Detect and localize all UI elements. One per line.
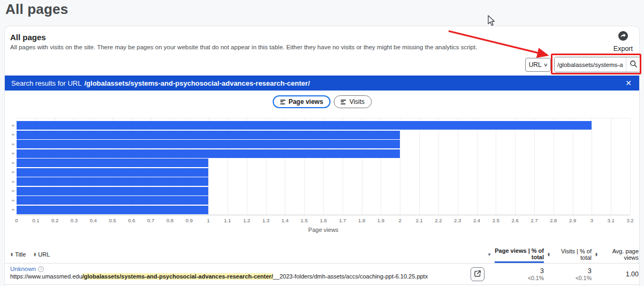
sort-updown-icon: ▲▼ [547,252,550,257]
x-tick-label: 1.4 [282,217,289,223]
visits-column-header[interactable]: Visits | % of total [554,246,592,263]
plot-area [17,118,630,215]
row-metrics: 3 <0.1% 3 <0.1% 1.00 [484,264,639,284]
card-title: All pages [10,33,46,42]
y-tick-mark [12,153,14,154]
table-header-row: ▲▼ Title ▲▼ URL ▾ Page views | % of tota… [5,246,639,264]
grid-line [496,118,496,215]
sort-updown-icon: ▲▼ [595,252,598,257]
y-tick-mark [12,181,14,183]
table-row: Unknown ? https://www.umassmed.edu/globa… [5,264,639,285]
grid-line [477,118,478,215]
x-tick-label: 1.5 [301,217,308,223]
page-views-bar[interactable] [17,159,208,167]
grid-line [611,118,611,215]
page-views-bar[interactable] [17,187,208,195]
banner-url: /globalassets/systems-and-psychosocial-a… [85,79,310,87]
bar-chart-icon [280,100,285,104]
page-views-bar[interactable] [17,140,400,148]
x-tick-label: 2.2 [435,217,442,223]
close-icon[interactable]: ✕ [625,79,632,87]
x-tick-label: 1.1 [224,217,231,223]
x-tick-label: 2.9 [569,217,576,223]
x-tick-label: 0.9 [186,217,193,223]
sort-visits-toggle[interactable]: ▲▼ [544,246,554,263]
page-title-link[interactable]: Unknown [10,266,36,272]
bar-chart-icon [341,100,346,104]
x-tick-label: 0.4 [90,217,97,223]
x-axis-ticks: 00.10.20.30.40.50.60.70.80.911.11.21.31.… [17,217,630,224]
grid-line [438,118,439,215]
card-description: All pages with visits on the site. There… [10,44,477,50]
x-tick-label: 2.6 [512,217,519,223]
page-views-bar[interactable] [17,177,208,186]
all-pages-card: All pages All pages with visits on the s… [4,26,640,286]
export-icon [618,31,628,43]
x-tick-label: 2.7 [531,217,537,223]
toggle-visits-label: Visits [350,98,365,106]
x-tick-label: 3.1 [608,217,615,223]
page-views-bar-chart: 00.10.20.30.40.50.60.70.80.911.11.21.31.… [17,116,635,236]
page-views-bar[interactable] [17,206,208,214]
grid-line [592,118,592,215]
x-tick-label: 2.5 [493,217,499,223]
help-icon[interactable]: ? [38,266,44,272]
sort-url-header[interactable]: ▲▼ URL [33,251,50,258]
x-tick-label: 1 [207,217,209,223]
url-highlight: /globalassets/systems-and-psychosocial-a… [82,273,273,280]
page-views-percent: <0.1% [528,275,544,281]
chevron-down-icon: ∨ [543,62,548,67]
search-input[interactable] [555,57,626,72]
grid-line [419,118,420,215]
toggle-page-views-label: Page views [289,98,323,106]
page-views-bar[interactable] [17,196,208,205]
page-views-bar[interactable] [17,131,400,139]
y-tick-mark [12,125,14,126]
visits-value: 3 [588,267,592,275]
search-button[interactable] [626,57,640,72]
page-views-column-header[interactable]: Page views | % of total [495,246,544,263]
sort-title-header[interactable]: ▲▼ Title [10,251,26,258]
page-views-value: 3 [540,267,544,275]
banner-text: Search results for URL [11,79,82,87]
sort-updown-icon: ▲▼ [33,252,36,257]
url-suffix: __2023-folders/dmh-assets/accs/coaching-… [273,273,428,280]
toggle-visits[interactable]: Visits [334,95,372,108]
x-tick-label: 0.3 [71,217,78,223]
export-button[interactable]: Export [613,31,633,52]
x-tick-label: 2.1 [415,217,422,223]
search-field-value: URL [529,61,542,69]
x-tick-label: 0 [15,217,18,223]
page-views-bar[interactable] [17,121,592,130]
sort-avg-toggle[interactable]: ▲▼ [592,246,601,263]
sort-updown-icon: ▲▼ [10,252,13,257]
sort-direction-icon[interactable]: ▾ [484,246,495,263]
toggle-page-views[interactable]: Page views [272,95,331,108]
x-tick-label: 2.4 [473,217,480,223]
search-field-select[interactable]: URL ∨ [525,58,551,72]
table-header-left: ▲▼ Title ▲▼ URL [10,246,50,263]
metric-toggle-group: Page views Visits [272,95,372,108]
title-header-label: Title [15,251,26,258]
avg-page-views-column-header[interactable]: Avg. page views [601,246,639,263]
x-tick-label: 0.5 [109,217,116,223]
external-link-icon [474,270,481,279]
grid-line [554,118,554,215]
open-page-button[interactable] [471,267,484,281]
page-views-bar[interactable] [17,168,208,177]
visits-percent: <0.1% [575,275,592,281]
x-tick-label: 0.2 [51,217,58,223]
search-results-banner: Search results for URL /globalassets/sys… [5,76,639,91]
grid-line [573,118,573,215]
y-tick-mark [12,144,14,145]
search-icon [630,60,638,70]
row-page-info: Unknown ? https://www.umassmed.edu/globa… [10,266,428,280]
x-tick-label: 0.7 [147,217,154,223]
page-title: All pages [5,1,68,18]
table-header-metrics: ▾ Page views | % of total ▲▼ Visits | % … [484,246,639,263]
x-tick-label: 0.6 [128,217,135,223]
url-header-label: URL [38,251,50,258]
x-tick-label: 0.1 [32,217,39,223]
x-tick-label: 2 [399,217,401,223]
page-views-bar[interactable] [17,149,400,158]
